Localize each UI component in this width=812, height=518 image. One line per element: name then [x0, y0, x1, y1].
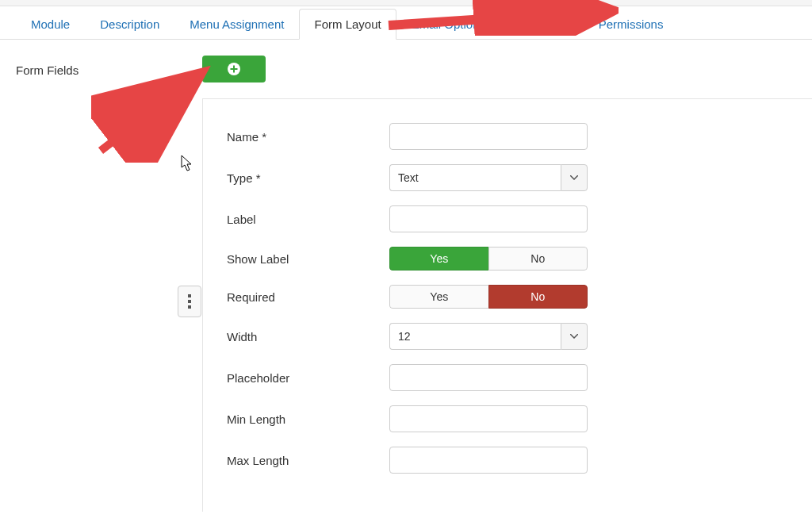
label-label: Label	[227, 213, 389, 226]
width-select[interactable]: 12	[389, 323, 588, 350]
required-toggle[interactable]: Yes No	[389, 285, 588, 309]
label-show-label: Show Label	[227, 252, 389, 266]
tab-module[interactable]: Module	[16, 9, 85, 39]
name-input[interactable]	[389, 123, 588, 150]
drag-handle[interactable]	[178, 286, 201, 317]
plus-circle-icon	[227, 62, 241, 76]
tab-form-layout[interactable]: Form Layout	[299, 9, 396, 40]
label-name: Name *	[227, 130, 389, 144]
label-maxlength: Max Length	[227, 454, 389, 467]
width-select-value: 12	[389, 323, 561, 350]
row-required: Required Yes No	[227, 285, 796, 309]
grip-icon	[188, 294, 191, 309]
tab-advanced[interactable]: Advanced	[500, 9, 584, 39]
row-maxlength: Max Length	[227, 447, 796, 474]
field-settings-panel: Name * Type * Text Label	[202, 98, 812, 512]
tab-email-options[interactable]: Email Options	[396, 9, 500, 39]
maxlength-input[interactable]	[389, 447, 588, 474]
minlength-input[interactable]	[389, 405, 588, 432]
row-name: Name *	[227, 123, 796, 150]
label-required: Required	[227, 290, 389, 304]
main-area: Name * Type * Text Label	[202, 56, 812, 512]
type-select-caret[interactable]	[561, 164, 588, 191]
row-placeholder: Placeholder	[227, 364, 796, 391]
required-yes[interactable]: Yes	[389, 285, 488, 309]
chevron-down-icon	[570, 334, 578, 339]
tab-permissions[interactable]: Permissions	[584, 9, 679, 39]
row-width: Width 12	[227, 323, 796, 350]
type-select[interactable]: Text	[389, 164, 588, 191]
row-type: Type * Text	[227, 164, 796, 191]
tab-description[interactable]: Description	[85, 9, 174, 39]
width-select-caret[interactable]	[561, 323, 588, 350]
type-select-value: Text	[389, 164, 561, 191]
show-label-yes[interactable]: Yes	[389, 247, 488, 271]
label-placeholder: Placeholder	[227, 371, 389, 385]
show-label-no[interactable]: No	[488, 247, 588, 271]
label-input[interactable]	[389, 205, 588, 232]
row-minlength: Min Length	[227, 405, 796, 432]
show-label-toggle[interactable]: Yes No	[389, 247, 588, 271]
row-label: Label	[227, 205, 796, 232]
content-area: Form Fields Name * Type	[0, 40, 812, 512]
placeholder-input[interactable]	[389, 364, 588, 391]
add-field-button[interactable]	[202, 56, 266, 82]
window-top-bar	[0, 0, 812, 6]
label-minlength: Min Length	[227, 412, 389, 426]
row-show-label: Show Label Yes No	[227, 247, 796, 271]
chevron-down-icon	[570, 175, 578, 180]
tab-menu-assignment[interactable]: Menu Assignment	[174, 9, 299, 39]
tab-strip: Module Description Menu Assignment Form …	[0, 6, 812, 40]
label-type: Type *	[227, 171, 389, 185]
label-width: Width	[227, 330, 389, 343]
form-fields-label: Form Fields	[16, 56, 202, 512]
svg-rect-2	[231, 68, 238, 70]
required-no[interactable]: No	[488, 285, 588, 309]
